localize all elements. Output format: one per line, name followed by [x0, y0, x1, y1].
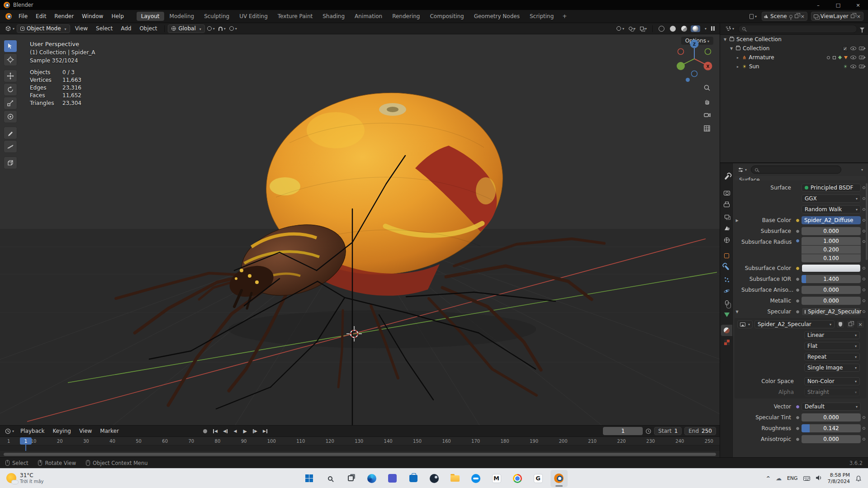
steam-app[interactable]	[426, 470, 443, 487]
tool-transform[interactable]	[4, 110, 17, 123]
workspace-tab[interactable]: Texture Paint	[273, 12, 317, 21]
hide-eye-icon[interactable]	[850, 65, 856, 68]
menu-item[interactable]: Help	[107, 11, 128, 21]
properties-scrollbar[interactable]	[866, 183, 868, 260]
outliner-search-input[interactable]	[738, 25, 857, 33]
viewport-menu-item[interactable]: Object	[135, 24, 161, 33]
base-color-texture-field[interactable]: Spider_A2_Diffuse	[802, 216, 861, 224]
render-visibility-icon[interactable]	[859, 47, 864, 50]
browse-image-button[interactable]	[737, 320, 753, 328]
pivot-point-button[interactable]	[206, 26, 216, 31]
subsurface-ior-slider[interactable]: 1.400	[802, 275, 861, 283]
decorator-dot[interactable]	[863, 240, 865, 243]
value-socket-icon[interactable]	[796, 310, 800, 314]
viewlayer-selector[interactable]: ViewLayer	[811, 12, 863, 21]
tab-material[interactable]	[721, 325, 732, 336]
shading-material-button[interactable]	[679, 25, 689, 32]
metallic-slider[interactable]: 0.000	[802, 297, 861, 305]
workspace-tab[interactable]: Layout	[137, 12, 164, 21]
viewport-menu-item[interactable]: Select	[92, 24, 117, 33]
alpha-dropdown[interactable]: Straight	[804, 388, 860, 396]
vector-socket-icon[interactable]	[796, 405, 800, 409]
value-socket-icon[interactable]	[796, 277, 800, 281]
search-button[interactable]	[322, 470, 339, 487]
workspace-tab[interactable]: Modeling	[165, 12, 199, 21]
expand-icon[interactable]: ▶	[735, 218, 740, 223]
tray-expand-icon[interactable]: ^	[766, 475, 770, 481]
outliner-row-sun[interactable]: ▸ ☀ Sun ☀	[720, 62, 868, 71]
play-button[interactable]: ▶	[241, 427, 250, 435]
clipped-panel-header[interactable]: Surface	[735, 176, 866, 180]
start-button[interactable]	[301, 470, 318, 487]
surface-shader-menu[interactable]: Principled BSDF	[802, 184, 861, 192]
remove-viewlayer-icon[interactable]	[857, 13, 861, 19]
tab-object-data[interactable]	[721, 309, 732, 320]
viewport-menu-item[interactable]: View	[71, 24, 92, 33]
viewport-menu-item[interactable]: Add	[117, 24, 135, 33]
color-socket-icon[interactable]	[796, 266, 800, 270]
workspace-tab[interactable]: Geometry Nodes	[470, 12, 524, 21]
outliner-row-scene-collection[interactable]: ▼ Scene Collection	[720, 35, 868, 44]
tab-tool[interactable]	[721, 171, 732, 183]
workspace-tab[interactable]: Shading	[318, 12, 349, 21]
pin-icon[interactable]	[789, 15, 792, 18]
tool-rotate[interactable]	[4, 83, 17, 96]
timeline-ruler[interactable]: 1102030405060708090100110120130140150160…	[0, 437, 720, 445]
properties-options-button[interactable]	[859, 168, 864, 172]
tab-view-layer[interactable]	[721, 211, 732, 222]
decorator-dot[interactable]	[863, 416, 865, 419]
tool-scale[interactable]	[4, 97, 17, 109]
timeline-editor-type-button[interactable]	[4, 428, 15, 434]
timeline-menu-item[interactable]: Keying	[49, 426, 75, 436]
teamviewer-app[interactable]	[467, 470, 484, 487]
menu-item[interactable]: Window	[78, 11, 107, 21]
frame-start-field[interactable]: Start1	[654, 427, 682, 435]
tool-annotate[interactable]	[4, 127, 17, 139]
snap-button[interactable]	[217, 27, 227, 31]
weather-widget[interactable]: 31°C Trời ít mây	[0, 473, 50, 484]
tab-constraints[interactable]	[721, 297, 732, 308]
minimize-button[interactable]: –	[808, 0, 828, 10]
expand-icon[interactable]: ▸	[735, 56, 740, 60]
workspace-tab[interactable]: Scripting	[525, 12, 558, 21]
workspace-tab[interactable]: Compositing	[425, 12, 468, 21]
timeline-menu-item[interactable]: View	[75, 426, 96, 436]
mode-selector[interactable]: Object Mode	[17, 24, 70, 33]
shading-wireframe-button[interactable]	[657, 25, 666, 32]
value-socket-icon[interactable]	[796, 437, 800, 441]
new-viewlayer-icon[interactable]	[851, 14, 854, 18]
outliner-row-armature[interactable]: ▸ ⋔ Armature	[720, 53, 868, 62]
collapse-icon[interactable]: ▼	[735, 310, 740, 314]
hide-eye-icon[interactable]	[850, 56, 856, 59]
value-socket-icon[interactable]	[796, 299, 800, 303]
edge-app[interactable]	[363, 470, 380, 487]
render-visibility-icon[interactable]	[859, 56, 864, 59]
tool-select-box[interactable]	[4, 40, 17, 52]
exclude-checkbox[interactable]	[843, 46, 848, 51]
specular-texture-field[interactable]: Spider_A2_Specular	[802, 308, 861, 316]
teams-app[interactable]	[384, 470, 401, 487]
frame-end-field[interactable]: End250	[684, 427, 716, 435]
current-frame-field[interactable]: 1	[603, 427, 643, 435]
show-gizmo-button[interactable]	[615, 26, 626, 31]
projection-dropdown[interactable]: Flat	[804, 342, 860, 350]
color-socket-icon[interactable]	[796, 218, 800, 223]
navigation-gizmo[interactable]: Z X	[674, 38, 715, 80]
xray-toggle-button[interactable]	[639, 27, 648, 31]
tab-render[interactable]	[721, 187, 732, 199]
decorator-dot[interactable]	[863, 197, 865, 200]
menu-item[interactable]: File	[14, 11, 32, 21]
decorator-dot[interactable]	[863, 427, 865, 430]
workspace-tab[interactable]: Sculpting	[199, 12, 234, 21]
chrome-app[interactable]	[509, 470, 526, 487]
touch-keyboard-icon[interactable]	[803, 476, 810, 481]
menu-item[interactable]: Edit	[32, 11, 50, 21]
viewport-3d[interactable]: User Perspective (1) Collection | Spider…	[0, 34, 720, 425]
unlink-image-button[interactable]	[856, 320, 864, 328]
extension-dropdown[interactable]: Repeat	[804, 353, 860, 361]
timeline-scrollbar[interactable]	[4, 453, 716, 456]
notification-bell-icon[interactable]	[855, 475, 862, 482]
image-name-field[interactable]: Spider_A2_Specular	[754, 320, 835, 328]
task-view-button[interactable]	[342, 470, 360, 487]
render-pause-button[interactable]	[710, 26, 716, 31]
